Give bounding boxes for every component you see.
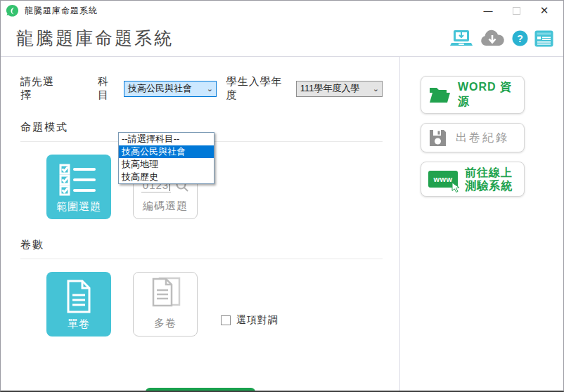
chevron-down-icon: ⌄ — [203, 84, 213, 93]
close-button[interactable]: ✕ — [532, 1, 556, 20]
selector-row: 請先選擇 科目 技高公民與社會 ⌄ 學生入學年度 111學年度入學 ⌄ — [20, 75, 383, 102]
dropdown-option-selected[interactable]: 技高公民與社會 — [119, 145, 214, 158]
cloud-download-icon[interactable] — [479, 29, 506, 48]
swap-options-label: 選項對調 — [236, 314, 278, 327]
titlebar: 龍騰題庫命題系統 — ✕ — [1, 1, 563, 20]
range-select-label: 範圍選題 — [56, 200, 101, 214]
range-select-button[interactable]: 範圍選題 — [46, 155, 111, 219]
exam-record-button[interactable]: 出卷紀錄 — [421, 123, 525, 152]
header-icons: ? — [450, 29, 553, 48]
app-window: 龍騰題庫命題系統 — ✕ 龍騰題庫命題系統 — [0, 0, 564, 392]
swap-options-checkbox[interactable] — [221, 315, 231, 325]
year-select[interactable]: 111學年度入學 ⌄ — [296, 81, 383, 97]
dropdown-option[interactable]: --請選擇科目-- — [119, 133, 214, 145]
floppy-disk-icon — [428, 129, 447, 148]
single-paper-label: 單卷 — [68, 318, 90, 331]
year-label: 學生入學年度 — [226, 75, 292, 102]
single-paper-button[interactable]: 單卷 — [46, 272, 111, 337]
maximize-button[interactable] — [504, 1, 528, 20]
dropdown-option[interactable]: 技高地理 — [119, 158, 214, 171]
submit-wrap: 進入選題 — [1, 388, 399, 392]
sidebar: WORD 資源 出卷紀錄 www — [400, 57, 563, 391]
content: 請先選擇 科目 技高公民與社會 ⌄ 學生入學年度 111學年度入學 ⌄ --請選… — [1, 57, 563, 391]
year-select-value: 111學年度入學 — [300, 82, 360, 95]
single-document-icon — [64, 280, 94, 313]
enter-selection-button[interactable]: 進入選題 — [146, 388, 255, 392]
folder-icon — [428, 86, 451, 104]
checklist-icon — [59, 164, 98, 196]
laptop-download-icon[interactable] — [450, 30, 473, 48]
header: 龍騰題庫命題系統 ? — [1, 20, 563, 57]
swap-options-group[interactable]: 選項對調 — [221, 314, 278, 327]
online-test-button[interactable]: www 前往線上 測驗系統 — [421, 162, 525, 197]
online-test-line2: 測驗系統 — [465, 179, 513, 192]
titlebar-title: 龍騰題庫命題系統 — [25, 5, 98, 17]
subject-select-value: 技高公民與社會 — [128, 82, 192, 95]
subject-dropdown-list: --請選擇科目-- 技高公民與社會 技高地理 技高歷史 — [118, 132, 214, 184]
subject-label: 科目 — [98, 75, 120, 102]
app-logo-icon — [6, 4, 19, 18]
main-panel: 請先選擇 科目 技高公民與社會 ⌄ 學生入學年度 111學年度入學 ⌄ --請選… — [1, 57, 400, 391]
word-resource-button[interactable]: WORD 資源 — [421, 76, 525, 114]
help-icon[interactable]: ? — [512, 30, 528, 46]
paper-section-title: 卷數 — [20, 238, 383, 251]
paper-tiles: 單卷 多卷 選項對調 — [46, 272, 383, 337]
www-icon: www — [428, 171, 458, 188]
minimize-button[interactable]: — — [476, 1, 500, 20]
online-test-line1: 前往線上 — [465, 166, 513, 179]
svg-text:?: ? — [517, 33, 523, 44]
exam-record-label: 出卷紀錄 — [456, 131, 509, 145]
dropdown-option[interactable]: 技高歷史 — [119, 171, 214, 183]
prompt-label: 請先選擇 — [20, 75, 64, 102]
maximize-icon — [513, 7, 520, 15]
divider — [20, 259, 383, 259]
subject-select[interactable]: 技高公民與社會 ⌄ — [124, 81, 217, 97]
chevron-down-icon: ⌄ — [368, 84, 379, 93]
mode-tiles: 範圍選題 0123 編碼選題 — [46, 155, 383, 219]
multi-document-icon — [149, 275, 181, 310]
records-list-icon[interactable] — [534, 30, 553, 47]
multi-paper-label: 多卷 — [154, 317, 177, 330]
page-title: 龍騰題庫命題系統 — [16, 27, 174, 50]
code-select-label: 編碼選題 — [143, 200, 188, 213]
www-text: www — [433, 175, 452, 183]
cursor-arrow-icon — [451, 182, 461, 192]
multi-paper-button[interactable]: 多卷 — [133, 272, 198, 337]
word-resource-label: WORD 資源 — [458, 80, 518, 110]
online-test-label: 前往線上 測驗系統 — [465, 166, 513, 192]
